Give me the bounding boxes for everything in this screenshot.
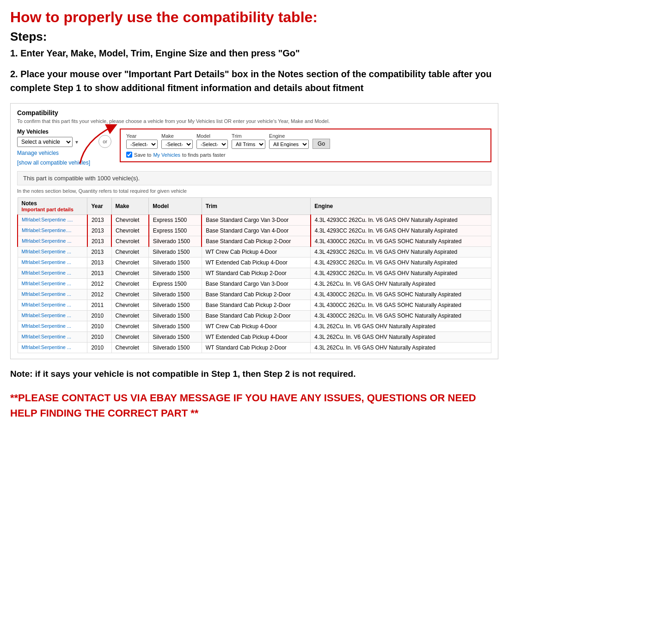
note-section: Note: if it says your vehicle is not com… xyxy=(10,368,498,381)
make-cell: Chevrolet xyxy=(111,289,149,300)
step2-text: 2. Place your mouse over "Important Part… xyxy=(10,67,498,95)
engine-label: Engine xyxy=(269,133,309,139)
go-button[interactable]: Go xyxy=(313,139,330,149)
notes-cell[interactable]: Mfrlabel:Serpentine ... xyxy=(18,321,87,332)
notes-cell[interactable]: Mfrlabel:Serpentine ... xyxy=(18,279,87,289)
table-row: Mfrlabel:Serpentine ...2013ChevroletSilv… xyxy=(18,258,491,268)
year-cell: 2010 xyxy=(87,332,111,343)
show-all-link[interactable]: [show all compatible vehicles] xyxy=(17,159,90,166)
table-row: Mfrlabel:Serpentine ...2013ChevroletSilv… xyxy=(18,247,491,258)
year-header: Year xyxy=(87,198,111,215)
model-cell: Silverado 1500 xyxy=(149,268,202,279)
engine-cell: 4.3L 4293CC 262Cu. In. V6 GAS OHV Natura… xyxy=(311,215,491,226)
engine-cell: 4.3L 4300CC 262Cu. In. V6 GAS SOHC Natur… xyxy=(311,300,491,311)
vehicle-select[interactable]: Select a vehicle xyxy=(17,137,73,147)
engine-cell: 4.3L 4293CC 262Cu. In. V6 GAS OHV Natura… xyxy=(311,247,491,258)
trim-cell: Base Standard Cab Pickup 2-Door xyxy=(202,300,311,311)
trim-cell: Base Standard Cab Pickup 2-Door xyxy=(202,236,311,247)
model-select[interactable]: -Select- xyxy=(196,140,228,149)
make-select[interactable]: -Select- xyxy=(161,140,193,149)
year-field-group: Year -Select- xyxy=(126,133,158,149)
compatibility-table: Notes Important part details Year Make M… xyxy=(17,197,491,353)
notes-cell[interactable]: Mfrlabel:Serpentine ... xyxy=(18,343,87,353)
engine-cell: 4.3L 262Cu. In. V6 GAS OHV Naturally Asp… xyxy=(311,343,491,353)
compatibility-section: Compatibility To confirm that this part … xyxy=(10,103,498,359)
year-cell: 2010 xyxy=(87,343,111,353)
notes-header: Notes Important part details xyxy=(18,198,87,215)
dropdown-icon: ▼ xyxy=(74,140,79,145)
year-cell: 2013 xyxy=(87,258,111,268)
trim-cell: Base Standard Cab Pickup 2-Door xyxy=(202,311,311,321)
make-cell: Chevrolet xyxy=(111,268,149,279)
table-row: Mfrlabel:Serpentine ...2010ChevroletSilv… xyxy=(18,311,491,321)
trim-label: Trim xyxy=(232,133,265,139)
make-cell: Chevrolet xyxy=(111,247,149,258)
year-cell: 2011 xyxy=(87,300,111,311)
make-cell: Chevrolet xyxy=(111,279,149,289)
table-row: Mfrlabel:Serpentine ...2012ChevroletSilv… xyxy=(18,289,491,300)
year-cell: 2013 xyxy=(87,247,111,258)
table-header-row: Notes Important part details Year Make M… xyxy=(18,198,491,215)
trim-cell: WT Crew Cab Pickup 4-Door xyxy=(202,321,311,332)
year-cell: 2013 xyxy=(87,226,111,236)
contact-section: **PLEASE CONTACT US VIA EBAY MESSAGE IF … xyxy=(10,390,498,421)
make-cell: Chevrolet xyxy=(111,258,149,268)
trim-cell: WT Crew Cab Pickup 4-Door xyxy=(202,247,311,258)
notes-cell[interactable]: Mfrlabel:Serpentine ... xyxy=(18,300,87,311)
manage-vehicles-link[interactable]: Manage vehicles xyxy=(17,150,90,156)
engine-cell: 4.3L 4300CC 262Cu. In. V6 GAS SOHC Natur… xyxy=(311,236,491,247)
trim-cell: WT Extended Cab Pickup 4-Door xyxy=(202,332,311,343)
make-label: Make xyxy=(161,133,193,139)
compat-subtitle: To confirm that this part fits your vehi… xyxy=(17,118,491,124)
notes-cell[interactable]: Mfrlabel:Serpentine.... xyxy=(18,226,87,236)
model-cell: Silverado 1500 xyxy=(149,247,202,258)
engine-cell: 4.3L 262Cu. In. V6 GAS OHV Naturally Asp… xyxy=(311,332,491,343)
steps-label: Steps: xyxy=(10,30,498,44)
table-row: Mfrlabel:Serpentine....2013ChevroletExpr… xyxy=(18,226,491,236)
model-cell: Silverado 1500 xyxy=(149,321,202,332)
model-label: Model xyxy=(196,133,228,139)
compat-title: Compatibility xyxy=(17,109,491,117)
compat-count-bar: This part is compatible with 1000 vehicl… xyxy=(17,171,491,185)
year-select[interactable]: -Select- xyxy=(126,140,158,149)
year-cell: 2013 xyxy=(87,215,111,226)
notes-cell[interactable]: Mfrlabel:Serpentine ... xyxy=(18,236,87,247)
notes-cell[interactable]: Mfrlabel:Serpentine ... xyxy=(18,289,87,300)
year-cell: 2012 xyxy=(87,279,111,289)
notes-cell[interactable]: Mfrlabel:Serpentine .... xyxy=(18,215,87,226)
year-cell: 2010 xyxy=(87,311,111,321)
save-checkbox[interactable] xyxy=(126,152,132,158)
notes-cell[interactable]: Mfrlabel:Serpentine ... xyxy=(18,311,87,321)
engine-select[interactable]: All Engines xyxy=(269,140,309,149)
trim-cell: WT Standard Cab Pickup 2-Door xyxy=(202,268,311,279)
year-label: Year xyxy=(126,133,158,139)
vehicle-fields-row: Year -Select- Make -Select- Model -Selec… xyxy=(126,133,485,149)
make-header: Make xyxy=(111,198,149,215)
engine-cell: 4.3L 262Cu. In. V6 GAS OHV Naturally Asp… xyxy=(311,321,491,332)
my-vehicles-link[interactable]: My Vehicles xyxy=(153,152,180,158)
model-cell: Silverado 1500 xyxy=(149,332,202,343)
engine-cell: 4.3L 262Cu. In. V6 GAS OHV Naturally Asp… xyxy=(311,279,491,289)
make-cell: Chevrolet xyxy=(111,321,149,332)
notes-cell[interactable]: Mfrlabel:Serpentine ... xyxy=(18,247,87,258)
engine-cell: 4.3L 4293CC 262Cu. In. V6 GAS OHV Natura… xyxy=(311,268,491,279)
make-cell: Chevrolet xyxy=(111,343,149,353)
engine-cell: 4.3L 4300CC 262Cu. In. V6 GAS SOHC Natur… xyxy=(311,289,491,300)
notes-cell[interactable]: Mfrlabel:Serpentine ... xyxy=(18,258,87,268)
table-row: Mfrlabel:Serpentine ...2010ChevroletSilv… xyxy=(18,321,491,332)
model-field-group: Model -Select- xyxy=(196,133,228,149)
trim-cell: Base Standard Cargo Van 3-Door xyxy=(202,279,311,289)
engine-cell: 4.3L 4300CC 262Cu. In. V6 GAS SOHC Natur… xyxy=(311,311,491,321)
trim-cell: WT Standard Cab Pickup 2-Door xyxy=(202,343,311,353)
make-cell: Chevrolet xyxy=(111,236,149,247)
my-vehicles-label: My Vehicles xyxy=(17,129,90,135)
make-cell: Chevrolet xyxy=(111,226,149,236)
engine-cell: 4.3L 4293CC 262Cu. In. V6 GAS OHV Natura… xyxy=(311,226,491,236)
notes-cell[interactable]: Mfrlabel:Serpentine ... xyxy=(18,332,87,343)
main-title: How to properly use the compatibility ta… xyxy=(10,8,498,26)
my-vehicles-select-row: Select a vehicle ▼ xyxy=(17,137,90,147)
step1-text: 1. Enter Year, Make, Model, Trim, Engine… xyxy=(10,47,498,60)
trim-select[interactable]: All Trims xyxy=(232,140,265,149)
table-row: Mfrlabel:Serpentine ...2010ChevroletSilv… xyxy=(18,332,491,343)
notes-cell[interactable]: Mfrlabel:Serpentine ... xyxy=(18,268,87,279)
